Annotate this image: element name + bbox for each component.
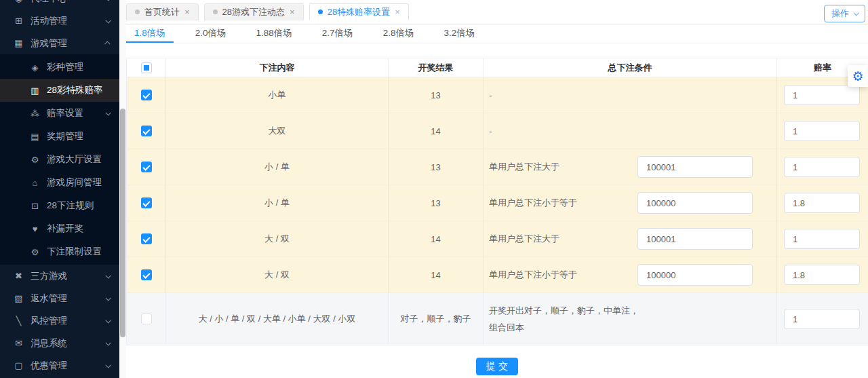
tab-close-icon[interactable]: ×	[395, 7, 400, 16]
gear-icon: ⚙	[852, 70, 863, 83]
tab-首页统计[interactable]: 首页统计×	[126, 3, 199, 20]
tab-status-dot	[318, 10, 323, 14]
action-dropdown-button[interactable]: 操作	[824, 5, 865, 22]
bet-content-cell: 大 / 双	[166, 257, 389, 293]
row-checkbox-cell	[127, 149, 166, 185]
sidebar-item-label: 活动管理	[31, 15, 106, 27]
sidebar-item-label: 三方游戏	[31, 270, 106, 282]
bet-content-cell: 小 / 单	[166, 185, 389, 221]
odds-input[interactable]	[784, 85, 860, 105]
sidebar-item-special-odds-28[interactable]: ▥28彩特殊赔率	[0, 79, 119, 102]
row-checkbox-cell	[127, 293, 166, 345]
sidebar-item-game-manage[interactable]: ▦游戏管理	[0, 32, 119, 54]
sidebar-item-label: 代理中心	[31, 0, 106, 5]
bet-content-cell: 大 / 小 / 单 / 双 / 大单 / 小单 / 大双 / 小双	[166, 293, 389, 345]
row-checkbox[interactable]	[141, 233, 152, 244]
odds-cell	[777, 221, 868, 257]
odds-input[interactable]	[784, 265, 860, 285]
odds-table: 下注内容开奖结果总下注条件赔率小单13-大双14-小 / 单13单用户总下注大于…	[126, 58, 868, 345]
condition-text: -	[489, 126, 637, 136]
sidebar-item-label: 返水管理	[31, 292, 106, 305]
condition-threshold-input[interactable]	[637, 264, 753, 286]
subtab-2.7倍场[interactable]: 2.7倍场	[314, 25, 361, 43]
table-row: 大 / 小 / 单 / 双 / 大单 / 小单 / 大双 / 小双对子，顺子，豹…	[127, 293, 868, 345]
odds-cell	[777, 113, 868, 149]
sidebar-item-makeup-draw[interactable]: ♥补漏开奖	[0, 217, 119, 240]
tab-close-icon[interactable]: ×	[290, 7, 295, 16]
row-checkbox[interactable]	[141, 162, 152, 172]
sidebar-scrollbar[interactable]	[119, 0, 126, 378]
odds-input[interactable]	[784, 229, 860, 249]
sidebar-item-label: 28彩特殊赔率	[47, 84, 110, 96]
sidebar-item-odds-setting[interactable]: ⁂赔率设置	[0, 102, 119, 125]
sidebar-item-rebate-manage[interactable]: ▧返水管理	[0, 287, 119, 309]
row-checkbox-cell	[127, 77, 166, 113]
row-checkbox[interactable]	[141, 197, 152, 208]
draw-result-cell: 14	[389, 221, 484, 257]
sidebar-item-label: 补漏开奖	[47, 223, 110, 235]
sidebar-scrollbar-thumb[interactable]	[120, 109, 125, 337]
sidebar-item-prize-period[interactable]: ▤奖期管理	[0, 125, 119, 148]
condition-text: 单用户总下注大于	[489, 161, 637, 173]
sidebar-item-bet-limit-setting[interactable]: ⚙下注限制设置	[0, 240, 119, 263]
table-header-row: 下注内容开奖结果总下注条件赔率	[127, 58, 868, 77]
bet-condition-cell: -	[484, 113, 777, 149]
odds-input[interactable]	[784, 121, 860, 141]
bet-condition-cell: 单用户总下注大于	[484, 221, 777, 257]
sidebar-item-label: 游戏大厅设置	[47, 153, 110, 166]
bet-condition-cell: 单用户总下注小于等于	[484, 185, 777, 221]
sidebar-item-message-system[interactable]: ✉消息系统	[0, 332, 119, 354]
sidebar-item-game-room-manage[interactable]: ⌂游戏房间管理	[0, 171, 119, 194]
condition-threshold-input[interactable]	[637, 228, 753, 250]
table-row: 小单13-	[127, 77, 868, 113]
sidebar-item-risk-manage[interactable]: ╲风控管理	[0, 309, 119, 332]
chevron-down-icon	[105, 18, 111, 23]
bet-condition-cell: 单用户总下注大于	[484, 149, 777, 185]
condition-threshold-input[interactable]	[637, 156, 753, 178]
draw-result-cell: 14	[389, 113, 484, 149]
header-bet-condition: 总下注条件	[484, 58, 777, 77]
tab-28特殊赔率设置[interactable]: 28特殊赔率设置×	[309, 3, 409, 20]
odds-input[interactable]	[784, 309, 860, 329]
risk-manage-icon: ╲	[14, 316, 24, 326]
sidebar-item-game-hall-setting[interactable]: ⚙游戏大厅设置	[0, 148, 119, 171]
column-settings-button[interactable]: ⚙	[848, 65, 868, 87]
promo-manage-icon: ▢	[14, 360, 24, 371]
tab-28游戏下注动态[interactable]: 28游戏下注动态×	[204, 3, 304, 20]
row-checkbox[interactable]	[141, 126, 152, 136]
sidebar-item-label: 风控管理	[31, 315, 106, 327]
lottery-manage-icon: ◈	[30, 62, 40, 73]
tab-label: 首页统计	[144, 6, 180, 18]
odds-cell	[777, 293, 868, 345]
sidebar-item-third-party-games[interactable]: ✖三方游戏	[0, 265, 119, 287]
row-checkbox[interactable]	[141, 90, 152, 100]
draw-result-cell: 13	[389, 77, 484, 113]
condition-text: 单用户总下注小于等于	[489, 269, 637, 281]
row-checkbox-cell	[127, 221, 166, 257]
row-checkbox[interactable]	[141, 269, 152, 280]
subtab-1.8倍场[interactable]: 1.8倍场	[126, 25, 174, 43]
subtab-1.88倍场[interactable]: 1.88倍场	[248, 25, 300, 43]
submit-button[interactable]: 提 交	[476, 358, 518, 375]
table-row: 小 / 单13单用户总下注小于等于	[127, 185, 868, 221]
bet-content-cell: 小 / 单	[166, 149, 389, 185]
sidebar-item-agent-center[interactable]: ◉代理中心	[0, 0, 119, 10]
app-window: ◉代理中心⊞活动管理▦游戏管理◈彩种管理▥28彩特殊赔率⁂赔率设置▤奖期管理⚙游…	[0, 0, 868, 378]
odds-input[interactable]	[784, 193, 860, 213]
sidebar-item-promo-manage[interactable]: ▢优惠管理	[0, 354, 119, 377]
chevron-down-icon	[105, 273, 111, 278]
chevron-down-icon	[105, 340, 111, 345]
tab-close-icon[interactable]: ×	[184, 7, 190, 16]
sidebar-item-bet-rule-28[interactable]: ⊡28下注规则	[0, 194, 119, 217]
select-all-checkbox[interactable]	[141, 62, 152, 73]
tab-status-dot	[213, 10, 218, 14]
sidebar-item-activity-manage[interactable]: ⊞活动管理	[0, 10, 119, 32]
odds-input[interactable]	[784, 157, 860, 177]
subtab-3.2倍场[interactable]: 3.2倍场	[435, 25, 483, 43]
subtab-2.8倍场[interactable]: 2.8倍场	[375, 25, 422, 43]
subtab-2.0倍场[interactable]: 2.0倍场	[187, 25, 235, 43]
sidebar-item-lottery-manage[interactable]: ◈彩种管理	[0, 56, 119, 79]
row-checkbox-cell	[127, 185, 166, 221]
row-checkbox[interactable]	[141, 314, 152, 324]
condition-threshold-input[interactable]	[637, 192, 753, 214]
